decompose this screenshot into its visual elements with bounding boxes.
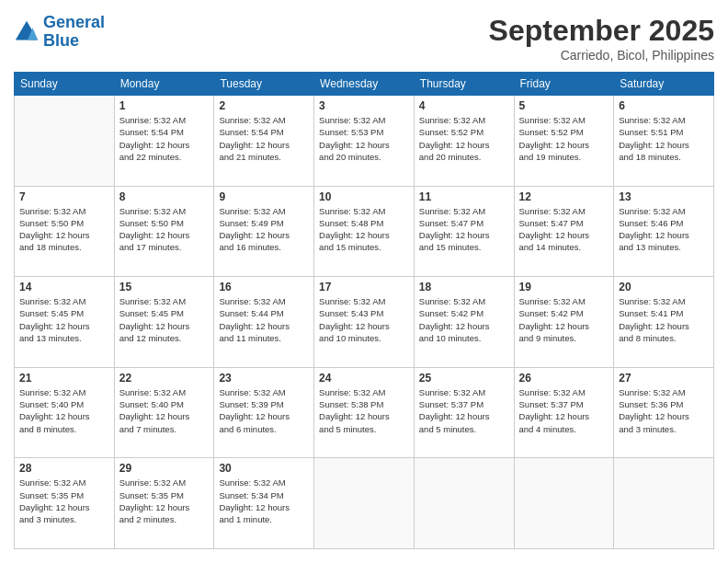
day-info: Sunrise: 5:32 AM Sunset: 5:43 PM Dayligh… [319, 295, 409, 344]
calendar-table: SundayMondayTuesdayWednesdayThursdayFrid… [14, 72, 714, 549]
day-number: 13 [619, 190, 709, 203]
day-number: 21 [19, 372, 109, 385]
logo-general: General [43, 13, 105, 31]
day-info: Sunrise: 5:32 AM Sunset: 5:47 PM Dayligh… [519, 205, 609, 254]
day-info: Sunrise: 5:32 AM Sunset: 5:37 PM Dayligh… [419, 386, 509, 435]
weekday-saturday: Saturday [614, 73, 714, 96]
day-info: Sunrise: 5:32 AM Sunset: 5:47 PM Dayligh… [419, 205, 509, 254]
title-area: September 2025 Carriedo, Bicol, Philippi… [489, 14, 714, 63]
header: General Blue September 2025 Carriedo, Bi… [14, 14, 714, 63]
day-number: 4 [419, 99, 509, 112]
day-number: 18 [419, 281, 509, 293]
calendar-cell [314, 458, 415, 549]
day-number: 15 [119, 281, 210, 293]
calendar-cell: 9Sunrise: 5:32 AM Sunset: 5:49 PM Daylig… [214, 186, 314, 277]
day-number: 11 [419, 190, 509, 203]
calendar-cell: 4Sunrise: 5:32 AM Sunset: 5:52 PM Daylig… [414, 96, 514, 187]
day-info: Sunrise: 5:32 AM Sunset: 5:44 PM Dayligh… [219, 295, 309, 344]
calendar-cell: 15Sunrise: 5:32 AM Sunset: 5:45 PM Dayli… [114, 277, 214, 368]
day-number: 3 [319, 99, 409, 112]
weekday-monday: Monday [114, 73, 214, 96]
week-row-2: 14Sunrise: 5:32 AM Sunset: 5:45 PM Dayli… [15, 277, 714, 368]
day-number: 14 [19, 281, 109, 293]
day-number: 24 [319, 372, 409, 385]
calendar-cell: 25Sunrise: 5:32 AM Sunset: 5:37 PM Dayli… [414, 367, 514, 458]
day-number: 28 [19, 462, 109, 475]
calendar-cell: 2Sunrise: 5:32 AM Sunset: 5:54 PM Daylig… [214, 96, 314, 187]
day-info: Sunrise: 5:32 AM Sunset: 5:53 PM Dayligh… [319, 114, 409, 163]
day-info: Sunrise: 5:32 AM Sunset: 5:40 PM Dayligh… [19, 386, 109, 435]
calendar-cell: 17Sunrise: 5:32 AM Sunset: 5:43 PM Dayli… [314, 277, 415, 368]
calendar-cell: 6Sunrise: 5:32 AM Sunset: 5:51 PM Daylig… [614, 96, 714, 187]
calendar-cell [614, 458, 714, 549]
calendar-page: General Blue September 2025 Carriedo, Bi… [0, 0, 728, 563]
calendar-cell: 5Sunrise: 5:32 AM Sunset: 5:52 PM Daylig… [514, 96, 614, 187]
weekday-friday: Friday [514, 73, 614, 96]
calendar-cell: 21Sunrise: 5:32 AM Sunset: 5:40 PM Dayli… [15, 367, 115, 458]
weekday-thursday: Thursday [414, 73, 514, 96]
day-info: Sunrise: 5:32 AM Sunset: 5:45 PM Dayligh… [19, 295, 109, 344]
day-number: 16 [219, 281, 309, 293]
weekday-header-row: SundayMondayTuesdayWednesdayThursdayFrid… [15, 73, 714, 96]
day-number: 7 [19, 190, 109, 203]
calendar-cell: 12Sunrise: 5:32 AM Sunset: 5:47 PM Dayli… [514, 186, 614, 277]
calendar-cell: 24Sunrise: 5:32 AM Sunset: 5:38 PM Dayli… [314, 367, 415, 458]
calendar-cell [15, 96, 115, 187]
day-number: 30 [219, 462, 309, 475]
calendar-cell: 23Sunrise: 5:32 AM Sunset: 5:39 PM Dayli… [214, 367, 314, 458]
week-row-0: 1Sunrise: 5:32 AM Sunset: 5:54 PM Daylig… [15, 96, 714, 187]
day-info: Sunrise: 5:32 AM Sunset: 5:41 PM Dayligh… [619, 295, 709, 344]
day-info: Sunrise: 5:32 AM Sunset: 5:46 PM Dayligh… [619, 205, 709, 254]
day-info: Sunrise: 5:32 AM Sunset: 5:40 PM Dayligh… [119, 386, 210, 435]
day-info: Sunrise: 5:32 AM Sunset: 5:49 PM Dayligh… [219, 205, 309, 254]
calendar-cell: 1Sunrise: 5:32 AM Sunset: 5:54 PM Daylig… [114, 96, 214, 187]
month-title: September 2025 [489, 14, 714, 48]
calendar-cell: 7Sunrise: 5:32 AM Sunset: 5:50 PM Daylig… [15, 186, 115, 277]
day-number: 27 [619, 372, 709, 385]
day-number: 22 [119, 372, 210, 385]
day-info: Sunrise: 5:32 AM Sunset: 5:52 PM Dayligh… [519, 114, 609, 163]
day-info: Sunrise: 5:32 AM Sunset: 5:54 PM Dayligh… [219, 114, 309, 163]
calendar-cell: 29Sunrise: 5:32 AM Sunset: 5:35 PM Dayli… [114, 458, 214, 549]
day-number: 23 [219, 372, 309, 385]
calendar-cell: 3Sunrise: 5:32 AM Sunset: 5:53 PM Daylig… [314, 96, 415, 187]
location: Carriedo, Bicol, Philippines [489, 48, 714, 63]
day-number: 2 [219, 99, 309, 112]
day-info: Sunrise: 5:32 AM Sunset: 5:42 PM Dayligh… [519, 295, 609, 344]
calendar-cell: 26Sunrise: 5:32 AM Sunset: 5:37 PM Dayli… [514, 367, 614, 458]
day-number: 10 [319, 190, 409, 203]
day-info: Sunrise: 5:32 AM Sunset: 5:34 PM Dayligh… [219, 477, 309, 525]
day-info: Sunrise: 5:32 AM Sunset: 5:45 PM Dayligh… [119, 295, 210, 344]
day-info: Sunrise: 5:32 AM Sunset: 5:36 PM Dayligh… [619, 386, 709, 435]
calendar-cell: 27Sunrise: 5:32 AM Sunset: 5:36 PM Dayli… [614, 367, 714, 458]
calendar-cell: 14Sunrise: 5:32 AM Sunset: 5:45 PM Dayli… [15, 277, 115, 368]
day-number: 25 [419, 372, 509, 385]
day-number: 26 [519, 372, 609, 385]
calendar-cell: 16Sunrise: 5:32 AM Sunset: 5:44 PM Dayli… [214, 277, 314, 368]
calendar-cell: 19Sunrise: 5:32 AM Sunset: 5:42 PM Dayli… [514, 277, 614, 368]
day-info: Sunrise: 5:32 AM Sunset: 5:48 PM Dayligh… [319, 205, 409, 254]
logo-icon [14, 19, 40, 45]
day-info: Sunrise: 5:32 AM Sunset: 5:39 PM Dayligh… [219, 386, 309, 435]
calendar-cell: 10Sunrise: 5:32 AM Sunset: 5:48 PM Dayli… [314, 186, 415, 277]
calendar-cell: 11Sunrise: 5:32 AM Sunset: 5:47 PM Dayli… [414, 186, 514, 277]
day-info: Sunrise: 5:32 AM Sunset: 5:35 PM Dayligh… [19, 477, 109, 525]
weekday-wednesday: Wednesday [314, 73, 415, 96]
calendar-cell: 18Sunrise: 5:32 AM Sunset: 5:42 PM Dayli… [414, 277, 514, 368]
day-info: Sunrise: 5:32 AM Sunset: 5:38 PM Dayligh… [319, 386, 409, 435]
weekday-tuesday: Tuesday [214, 73, 314, 96]
week-row-1: 7Sunrise: 5:32 AM Sunset: 5:50 PM Daylig… [15, 186, 714, 277]
day-info: Sunrise: 5:32 AM Sunset: 5:51 PM Dayligh… [619, 114, 709, 163]
day-info: Sunrise: 5:32 AM Sunset: 5:37 PM Dayligh… [519, 386, 609, 435]
day-info: Sunrise: 5:32 AM Sunset: 5:42 PM Dayligh… [419, 295, 509, 344]
day-number: 12 [519, 190, 609, 203]
day-info: Sunrise: 5:32 AM Sunset: 5:35 PM Dayligh… [119, 477, 210, 525]
calendar-cell: 30Sunrise: 5:32 AM Sunset: 5:34 PM Dayli… [214, 458, 314, 549]
day-number: 9 [219, 190, 309, 203]
day-info: Sunrise: 5:32 AM Sunset: 5:54 PM Dayligh… [119, 114, 210, 163]
weekday-sunday: Sunday [15, 73, 115, 96]
logo-text: General Blue [43, 14, 105, 51]
day-info: Sunrise: 5:32 AM Sunset: 5:52 PM Dayligh… [419, 114, 509, 163]
calendar-cell: 13Sunrise: 5:32 AM Sunset: 5:46 PM Dayli… [614, 186, 714, 277]
calendar-cell [414, 458, 514, 549]
